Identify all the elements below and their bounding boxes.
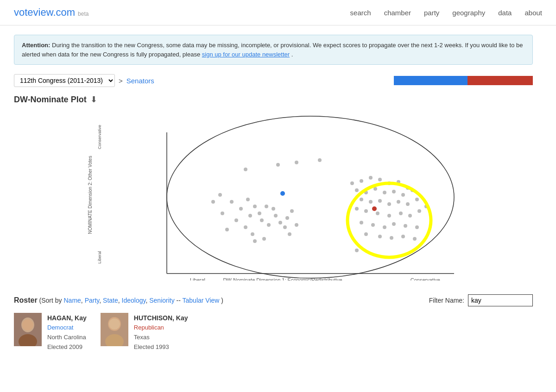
dot [211,200,215,204]
sort-seniority[interactable]: Seniority [149,297,174,304]
dot [364,209,368,213]
tabular-view[interactable]: Tabular View [183,297,220,304]
dot [387,202,391,206]
member-list: HAGAN, Kay Democrat North Carolina Elect… [14,313,533,352]
nav-about[interactable]: about [524,9,542,17]
annotation-circle [348,183,431,257]
dot [244,225,247,229]
dot [234,218,238,222]
dot [355,249,359,252]
senators-link[interactable]: Senators [126,77,154,85]
dot [378,178,382,181]
content: Attention: During the transition to the … [0,25,547,361]
congress-select[interactable]: 112th Congress (2011-2013) 111th Congres… [14,74,115,87]
dot [413,237,417,241]
dot [404,224,407,228]
dot [401,193,405,197]
nav-geography[interactable]: geography [452,9,485,17]
x-axis-label: DW-Nominate Dimension 1: Economic/Redist… [223,277,342,280]
dot [383,191,386,194]
dot [225,228,229,231]
alert-bold: Attention: [22,42,50,49]
dot [246,198,250,201]
dot [417,209,421,213]
dot [278,221,282,224]
dot [371,223,375,227]
roster-header: Roster (Sort by Name, Party, State, Ideo… [14,294,533,306]
dot [290,209,294,213]
dot [288,232,291,236]
dot [265,205,268,208]
nav-chamber[interactable]: chamber [384,9,411,17]
dem-bar [394,76,468,85]
member-card-hutchison: HUTCHISON, Kay Republican Texas Elected … [101,313,188,352]
hutchison-elected: Elected 1993 [134,342,188,352]
hutchison-photo [101,313,128,346]
alert-link[interactable]: sign up for our update newsletter [202,51,290,58]
filter-input[interactable] [468,294,533,306]
dot [364,232,368,236]
dot [295,223,298,227]
alert-text-after: . [291,51,293,58]
dot [378,235,382,238]
logo-area: voteview.com beta [14,6,88,19]
download-icon[interactable]: ⬇ [90,94,97,105]
dot [253,239,257,243]
sort-state[interactable]: State [103,297,118,304]
svg-point-7 [109,318,120,330]
hagan-party: Democrat [47,323,87,333]
hagan-name[interactable]: HAGAN, Kay [47,313,87,323]
dot [285,216,289,220]
dot [251,232,254,236]
dot [376,212,379,215]
dot [260,218,264,222]
dot [415,198,419,201]
filter-label: Filter Name: [429,297,464,304]
dot [248,214,252,218]
sort-ideology[interactable]: Ideology [122,297,146,304]
dot [244,168,247,171]
dot [283,225,287,229]
dot [253,205,257,208]
plot-svg: NOMINATE Dimension 2: Other Votes Conser… [14,109,533,280]
dot [378,199,382,203]
sort-party[interactable]: Party [85,297,100,304]
logo-text[interactable]: voteview.com [14,6,75,19]
hutchison-name[interactable]: HUTCHISON, Kay [134,313,188,323]
rep-bar [468,76,533,85]
dot [360,221,363,224]
y-axis-label: NOMINATE Dimension 2: Other Votes [88,156,93,234]
dot [408,214,412,218]
sort-name[interactable]: Name [63,297,81,304]
dot [397,200,400,204]
dot [399,212,403,215]
party-bar [394,76,533,85]
member-card-hagan: HAGAN, Kay Democrat North Carolina Elect… [14,313,87,352]
hutchison-dot [372,206,377,211]
nav-data[interactable]: data [498,9,512,17]
dot [350,181,354,185]
logo-beta: beta [78,11,88,17]
dot [272,207,275,211]
nav-party[interactable]: party [424,9,439,17]
dot [218,193,222,197]
arrow-label: > [119,77,123,85]
header: voteview.com beta search chamber party g… [0,0,556,25]
dot [267,223,271,227]
nav-search[interactable]: search [350,9,371,17]
hagan-state: North Carolina [47,333,87,342]
selector-row: 112th Congress (2011-2013) 111th Congres… [14,74,533,87]
dot [262,237,266,241]
plot-title: DW-Nominate Plot [14,95,87,105]
alert-box: Attention: During the transition to the … [14,35,533,65]
dot [355,207,359,211]
hagan-elected: Elected 2009 [47,342,87,352]
dot [355,188,359,192]
dot [369,176,373,180]
plot-ellipse [167,116,454,278]
dot [392,190,396,193]
hutchison-info: HUTCHISON, Kay Republican Texas Elected … [134,313,188,352]
x-right-label: Conservative [411,277,440,280]
dot [258,212,261,215]
dot [295,161,298,164]
